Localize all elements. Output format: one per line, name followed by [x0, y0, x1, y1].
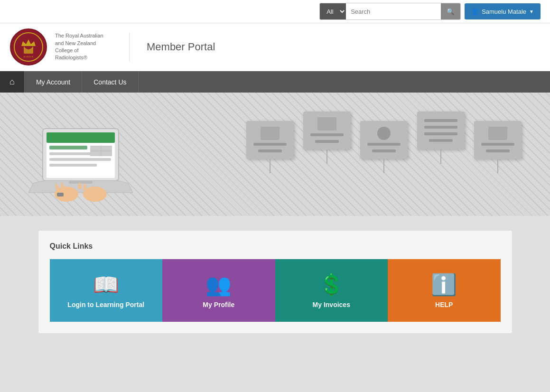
quick-links-title: Quick Links	[50, 242, 501, 251]
hero-banner	[0, 93, 550, 216]
search-input[interactable]	[346, 3, 441, 19]
hero-card-1-line1	[253, 143, 287, 146]
my-invoices-icon: 💲	[318, 274, 345, 295]
home-nav-button[interactable]: ⌂	[0, 71, 25, 93]
header: RANZCR The Royal Australian and New Zeal…	[0, 23, 550, 71]
hero-card-2-line2	[315, 140, 339, 143]
help-label: HELP	[435, 301, 453, 308]
user-icon: 👤	[471, 8, 479, 15]
nav-item-contact-us-label: Contact Us	[93, 78, 126, 86]
organization-logo: RANZCR	[9, 28, 47, 66]
nav-bar: ⌂ My Account Contact Us	[0, 71, 550, 93]
logo-area: RANZCR The Royal Australian and New Zeal…	[9, 28, 215, 66]
quick-link-my-profile[interactable]: 👥 My Profile	[162, 259, 275, 322]
search-icon: 🔍	[447, 8, 455, 15]
svg-rect-9	[49, 158, 111, 161]
nav-item-contact-us[interactable]: Contact Us	[82, 71, 138, 93]
my-profile-icon: 👥	[205, 274, 232, 295]
quick-link-learning-portal[interactable]: 📖 Login to Learning Portal	[50, 259, 163, 322]
learning-portal-icon: 📖	[93, 274, 119, 295]
svg-text:RANZCR: RANZCR	[24, 56, 34, 58]
hero-laptop-illustration	[28, 119, 133, 216]
hero-card-4	[417, 112, 465, 149]
svg-rect-17	[57, 193, 64, 196]
portal-title: Member Portal	[147, 41, 215, 53]
hero-card-1-line2	[258, 149, 282, 152]
search-category-dropdown[interactable]: All	[320, 3, 346, 19]
learning-portal-label: Login to Learning Portal	[67, 301, 144, 308]
svg-rect-6	[47, 132, 115, 143]
hero-card-3-avatar	[377, 127, 391, 140]
home-icon: ⌂	[9, 77, 15, 87]
hero-card-2-image	[317, 117, 336, 131]
nav-item-my-account[interactable]: My Account	[25, 71, 82, 93]
my-invoices-label: My Invoices	[313, 301, 350, 308]
hero-card-5-line2	[486, 149, 510, 152]
hero-card-1	[246, 121, 294, 159]
svg-rect-10	[49, 164, 97, 167]
org-name-label: The Royal Australian and New Zealand Col…	[55, 32, 112, 62]
my-profile-label: My Profile	[203, 301, 234, 308]
hero-card-4-line2	[424, 126, 457, 129]
org-title-area: The Royal Australian and New Zealand Col…	[55, 32, 112, 62]
quick-link-my-invoices[interactable]: 💲 My Invoices	[275, 259, 388, 322]
nav-item-my-account-label: My Account	[36, 78, 70, 86]
svg-rect-7	[49, 146, 87, 149]
caret-down-icon: ▼	[529, 9, 534, 14]
user-menu-button[interactable]: 👤 Samuelu Matale ▼	[465, 3, 541, 19]
hero-card-2	[303, 112, 351, 149]
search-button[interactable]: 🔍	[441, 3, 460, 19]
hero-card-5-line1	[481, 143, 514, 146]
hero-card-5-image	[488, 127, 507, 140]
hero-card-4-line1	[424, 119, 457, 122]
hero-cards-area	[246, 112, 522, 187]
help-icon: ℹ️	[431, 274, 457, 295]
hero-card-5	[474, 121, 522, 159]
quick-links-container: Quick Links 📖 Login to Learning Portal 👥…	[38, 230, 513, 334]
hero-card-1-image	[261, 127, 280, 140]
svg-rect-14	[69, 181, 93, 184]
user-name-label: Samuelu Matale	[482, 8, 526, 15]
hero-card-4-line3	[424, 132, 457, 135]
hero-card-4-line4	[429, 139, 453, 142]
hero-card-3-line1	[367, 143, 401, 146]
hero-card-3	[360, 121, 408, 159]
quick-links-grid: 📖 Login to Learning Portal 👥 My Profile …	[50, 259, 501, 322]
hero-card-3-line2	[372, 149, 396, 152]
top-bar: All 🔍 👤 Samuelu Matale ▼	[0, 0, 550, 23]
header-divider	[129, 33, 130, 61]
hero-card-2-line1	[310, 133, 344, 136]
main-content: Quick Links 📖 Login to Learning Portal 👥…	[0, 216, 550, 392]
search-group: All 🔍	[319, 3, 461, 20]
quick-link-help[interactable]: ℹ️ HELP	[388, 259, 501, 322]
svg-point-16	[83, 187, 107, 202]
